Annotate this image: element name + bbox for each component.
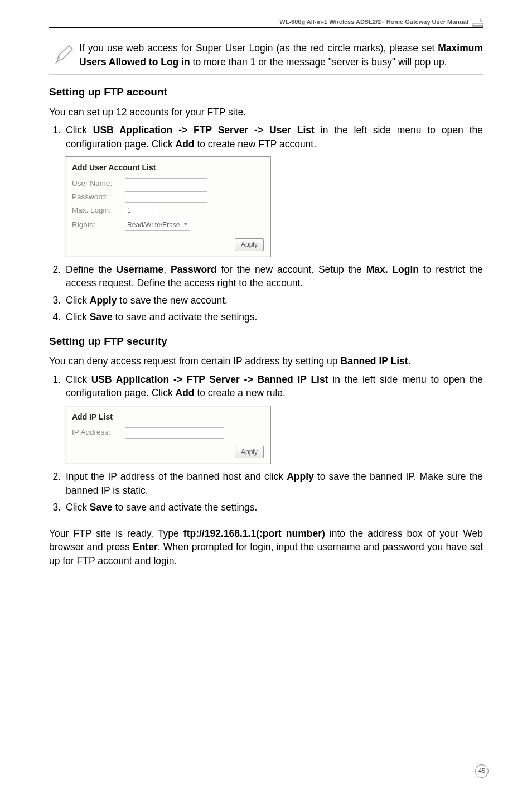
page-number: 45	[475, 764, 489, 778]
step-2: Define the Username, Password for the ne…	[64, 263, 483, 290]
intro-ftp-account: You can set up 12 accounts for your FTP …	[49, 105, 483, 119]
username-input[interactable]	[125, 178, 207, 189]
username-label: User Name:	[72, 179, 125, 189]
footer-divider	[49, 761, 483, 761]
intro-ftp-security: You can deny access request from certain…	[49, 354, 483, 368]
pencil-icon	[49, 41, 79, 69]
step-1: Click USB Application -> FTP Server -> U…	[64, 123, 483, 151]
apply-button-ip[interactable]: Apply	[235, 446, 264, 459]
sec-step-3: Click Save to save and activate the sett…	[64, 500, 483, 514]
panel-title: Add User Account List	[72, 162, 264, 174]
password-label: Password:	[72, 192, 125, 203]
password-input[interactable]	[125, 191, 207, 203]
apply-button[interactable]: Apply	[235, 238, 264, 251]
footer-paragraph: Your FTP site is ready. Type ftp://192.1…	[49, 527, 483, 568]
header-title: WL-600g All-in-1 Wireless ADSL2/2+ Home …	[49, 18, 472, 26]
note-block: If you use web access for Super User Log…	[49, 41, 483, 75]
sec-step-2: Input the IP address of the banned host …	[64, 470, 483, 497]
svg-rect-3	[473, 25, 483, 27]
heading-ftp-security: Setting up FTP security	[49, 334, 483, 349]
add-user-account-panel: Add User Account List User Name: Passwor…	[65, 156, 271, 257]
page-header: WL-600g All-in-1 Wireless ADSL2/2+ Home …	[49, 18, 483, 28]
ip-address-input[interactable]	[125, 427, 224, 439]
note-seg-a: If you use web access for Super User Log…	[79, 42, 438, 54]
rights-label: Rights:	[72, 220, 125, 230]
sec-step-1: Click USB Application -> FTP Server -> B…	[64, 373, 483, 400]
ip-address-label: IP Address:	[72, 427, 125, 438]
maxlogin-label: Max. Login:	[72, 205, 125, 216]
note-text: If you use web access for Super User Log…	[79, 41, 483, 69]
rights-select[interactable]: Read/Write/Erase	[125, 219, 190, 231]
steps-ftp-security-cont: Input the IP address of the banned host …	[49, 470, 483, 514]
add-ip-list-panel: Add IP List IP Address: Apply	[65, 406, 271, 464]
steps-ftp-account: Click USB Application -> FTP Server -> U…	[49, 123, 483, 151]
step-4: Click Save to save and activate the sett…	[64, 310, 483, 324]
panel-title-ip: Add IP List	[72, 412, 264, 423]
note-seg-c: to more than 1 or the message "server is…	[190, 56, 447, 68]
maxlogin-input[interactable]: 1	[125, 205, 157, 216]
steps-ftp-security: Click USB Application -> FTP Server -> B…	[49, 373, 483, 400]
router-icon	[472, 18, 483, 27]
step-3: Click Apply to save the new account.	[64, 293, 483, 307]
heading-ftp-account: Setting up FTP account	[49, 85, 483, 100]
steps-ftp-account-cont: Define the Username, Password for the ne…	[49, 263, 483, 324]
